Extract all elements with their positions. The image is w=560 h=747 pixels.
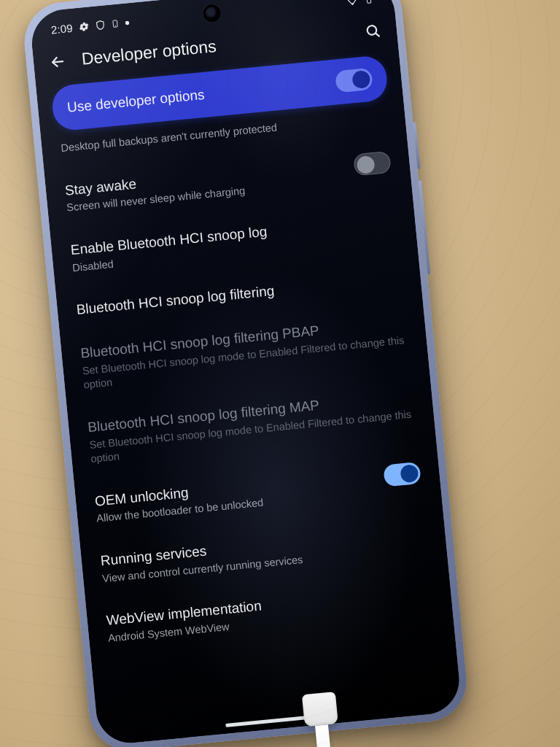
toggle-switch[interactable] <box>335 68 373 93</box>
privacy-shield-icon <box>95 19 106 31</box>
power-button[interactable] <box>413 122 420 169</box>
phone-frame: 2:09 <box>21 0 470 747</box>
phone-status-icon <box>111 18 120 30</box>
battery-icon <box>364 0 374 6</box>
settings-list[interactable]: Desktop full backups aren't currently pr… <box>42 109 454 661</box>
dot-icon <box>125 20 130 26</box>
svg-point-2 <box>125 21 129 25</box>
toggle-switch[interactable] <box>353 150 392 176</box>
svg-rect-0 <box>113 20 117 28</box>
pill-label: Use developer options <box>66 87 205 116</box>
search-button[interactable] <box>362 21 383 42</box>
screen: 2:09 <box>28 0 462 746</box>
volume-rocker[interactable] <box>419 180 430 275</box>
settings-gear-icon <box>78 20 90 32</box>
svg-point-1 <box>115 26 116 26</box>
svg-point-3 <box>351 3 353 4</box>
page-title: Developer options <box>81 36 217 69</box>
toggle-switch[interactable] <box>383 462 421 487</box>
svg-rect-4 <box>367 0 371 3</box>
wifi-icon <box>345 0 359 7</box>
status-time: 2:09 <box>50 22 73 36</box>
back-button[interactable] <box>47 51 68 71</box>
